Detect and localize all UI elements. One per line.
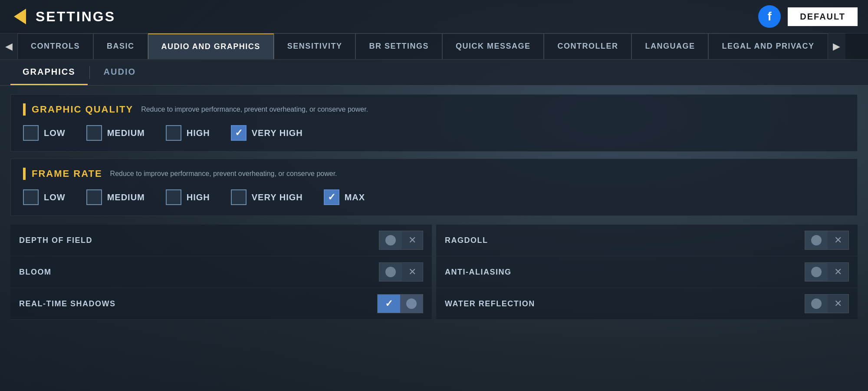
fr-label-low: LOW (44, 192, 66, 202)
toggle-realtime-shadows: REAL-TIME SHADOWS ✓ (10, 288, 432, 320)
header-right: f DEFAULT (758, 5, 858, 28)
frame-rate-header: FRAME RATE Reduce to improve performance… (23, 168, 845, 180)
toggle-bloom: BLOOM ✕ (10, 256, 432, 288)
water-reflection-off-btn[interactable] (805, 295, 828, 313)
ragdoll-circle (811, 235, 822, 245)
tab-audio-graphics[interactable]: AUDIO AND GRAPHICS (148, 33, 274, 59)
bloom-x-btn[interactable]: ✕ (402, 263, 423, 281)
frame-rate-options: LOW MEDIUM HIGH VERY HIGH MAX (23, 188, 845, 207)
fr-option-low[interactable]: LOW (23, 189, 66, 205)
water-reflection-label: WATER REFLECTION (445, 299, 535, 308)
gq-option-very-high[interactable]: VERY HIGH (231, 125, 303, 141)
realtime-shadows-toggle[interactable]: ✓ (377, 294, 423, 313)
bloom-label: BLOOM (19, 268, 52, 277)
anti-aliasing-label: ANTI-ALIASING (445, 268, 512, 277)
gq-checkbox-low[interactable] (23, 125, 39, 141)
tab-legal-privacy[interactable]: LEGAL AND PRIVACY (708, 33, 828, 59)
graphic-quality-title: GRAPHIC QUALITY (32, 104, 133, 115)
anti-aliasing-circle (811, 267, 822, 277)
fr-label-medium: MEDIUM (107, 192, 145, 202)
anti-aliasing-off-btn[interactable] (805, 263, 828, 281)
ragdoll-x-btn[interactable]: ✕ (828, 231, 848, 249)
section-accent-fr-icon (23, 168, 26, 180)
main-container: SETTINGS f DEFAULT ◀ CONTROLS BASIC AUDI… (0, 0, 868, 391)
tab-controls[interactable]: CONTROLS (17, 33, 93, 59)
fr-label-high: HIGH (187, 192, 210, 202)
anti-aliasing-x-btn[interactable]: ✕ (828, 263, 848, 281)
fr-option-max[interactable]: MAX (324, 189, 365, 205)
water-reflection-x-btn[interactable]: ✕ (828, 295, 848, 313)
tab-nav-left[interactable]: ◀ (0, 33, 17, 59)
water-reflection-circle (811, 298, 822, 309)
gq-label-low: LOW (44, 128, 66, 138)
gq-checkbox-very-high[interactable] (231, 125, 247, 141)
tab-language[interactable]: LANGUAGE (631, 33, 708, 59)
depth-of-field-toggle[interactable]: ✕ (379, 231, 423, 250)
anti-aliasing-toggle[interactable]: ✕ (805, 262, 849, 282)
toggle-column-right: RAGDOLL ✕ ANTI-ALIASING (436, 225, 858, 320)
gq-label-high: HIGH (187, 128, 210, 138)
gq-checkbox-medium[interactable] (86, 125, 102, 141)
gq-option-low[interactable]: LOW (23, 125, 66, 141)
tab-basic[interactable]: BASIC (93, 33, 148, 59)
fr-checkbox-very-high[interactable] (231, 189, 247, 205)
toggle-column-left: DEPTH OF FIELD ✕ BLOOM ✕ (10, 225, 432, 320)
facebook-button[interactable]: f (758, 5, 781, 28)
water-reflection-toggle[interactable]: ✕ (805, 294, 849, 313)
section-accent-icon (23, 103, 26, 116)
fr-checkbox-max[interactable] (324, 189, 339, 205)
ragdoll-label: RAGDOLL (445, 236, 488, 245)
header: SETTINGS f DEFAULT (0, 0, 868, 33)
tab-bar: ◀ CONTROLS BASIC AUDIO AND GRAPHICS SENS… (0, 33, 868, 60)
depth-of-field-label: DEPTH OF FIELD (19, 236, 92, 245)
toggle-water-reflection: WATER REFLECTION ✕ (436, 288, 858, 320)
depth-of-field-off-btn[interactable] (379, 231, 402, 249)
sub-tab-bar: GRAPHICS AUDIO (0, 60, 868, 86)
tab-nav-right[interactable]: ▶ (828, 33, 845, 59)
tab-quick-message[interactable]: QUICK MESSAGE (442, 33, 544, 59)
realtime-shadows-circle-btn[interactable] (400, 295, 423, 313)
sub-tab-audio[interactable]: AUDIO (92, 60, 148, 85)
fr-option-medium[interactable]: MEDIUM (86, 189, 145, 205)
tab-controller[interactable]: CONTROLLER (544, 33, 631, 59)
graphic-quality-desc: Reduce to improve performance, prevent o… (141, 106, 368, 113)
gq-label-medium: MEDIUM (107, 128, 145, 138)
ragdoll-off-btn[interactable] (805, 231, 828, 249)
sub-tab-graphics[interactable]: GRAPHICS (10, 60, 88, 85)
toggle-grid: DEPTH OF FIELD ✕ BLOOM ✕ (10, 225, 858, 320)
fr-checkbox-high[interactable] (166, 189, 181, 205)
realtime-shadows-circle (406, 298, 417, 309)
page-title: SETTINGS (36, 9, 115, 25)
default-button[interactable]: DEFAULT (788, 7, 858, 26)
fr-label-max: MAX (345, 192, 365, 202)
fr-option-very-high[interactable]: VERY HIGH (231, 189, 303, 205)
gq-checkbox-high[interactable] (166, 125, 181, 141)
tab-br-settings[interactable]: BR SETTINGS (355, 33, 442, 59)
fr-checkbox-medium[interactable] (86, 189, 102, 205)
frame-rate-section: FRAME RATE Reduce to improve performance… (10, 159, 858, 216)
fr-option-high[interactable]: HIGH (166, 189, 210, 205)
gq-option-high[interactable]: HIGH (166, 125, 210, 141)
fr-label-very-high: VERY HIGH (252, 192, 303, 202)
frame-rate-desc: Reduce to improve performance, prevent o… (110, 170, 337, 178)
bloom-toggle[interactable]: ✕ (379, 262, 423, 282)
realtime-shadows-label: REAL-TIME SHADOWS (19, 299, 116, 308)
toggle-anti-aliasing: ANTI-ALIASING ✕ (436, 256, 858, 288)
bloom-off-btn[interactable] (379, 263, 402, 281)
realtime-shadows-on-btn[interactable]: ✓ (378, 295, 400, 313)
back-button[interactable] (10, 7, 30, 26)
tab-sensitivity[interactable]: SENSITIVITY (274, 33, 356, 59)
bloom-circle (385, 267, 396, 277)
ragdoll-toggle[interactable]: ✕ (805, 231, 849, 250)
graphic-quality-section: GRAPHIC QUALITY Reduce to improve perfor… (10, 94, 858, 152)
graphic-quality-options: LOW MEDIUM HIGH VERY HIGH (23, 123, 845, 142)
frame-rate-title: FRAME RATE (32, 168, 102, 179)
depth-of-field-x-btn[interactable]: ✕ (402, 231, 423, 249)
gq-label-very-high: VERY HIGH (252, 128, 303, 138)
toggle-ragdoll: RAGDOLL ✕ (436, 225, 858, 256)
gq-option-medium[interactable]: MEDIUM (86, 125, 145, 141)
fr-checkbox-low[interactable] (23, 189, 39, 205)
graphic-quality-header: GRAPHIC QUALITY Reduce to improve perfor… (23, 103, 845, 116)
toggle-depth-of-field: DEPTH OF FIELD ✕ (10, 225, 432, 256)
sub-tab-divider (89, 66, 90, 79)
